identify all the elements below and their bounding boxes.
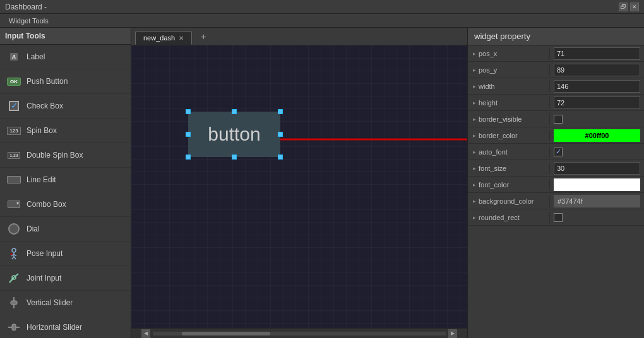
prop-input-pos-x[interactable] [554,47,640,60]
sidebar-item-line-edit-text: Line Edit [27,175,56,184]
handle-tl[interactable] [186,109,191,114]
handle-mr[interactable] [278,132,283,137]
prop-row-height: ▸ height [468,95,644,111]
sidebar-item-dial-text: Dial [27,224,40,233]
prop-color-font-color[interactable] [554,178,640,191]
prop-key-rounded-rect: rounded_rect [479,214,520,221]
prop-input-height[interactable] [554,96,640,109]
sidebar-item-check-box-text: Check Box [27,102,63,110]
handle-bl[interactable] [186,154,191,160]
prop-arrow-width: ▸ [473,83,476,90]
prop-arrow-border-color: ▸ [473,132,476,139]
prop-color-background-color[interactable]: #37474f [554,195,640,207]
prop-row-background-color: ▸ background_color #37474f [468,193,644,209]
svg-line-5 [14,257,16,259]
prop-row-rounded-rect: ▸ rounded_rect [468,209,644,226]
sidebar-item-dial[interactable]: Dial [0,217,131,242]
sidebar-item-horizontal-slider-text: Horizontal Slider [27,323,82,332]
prop-key-background-color: background_color [479,197,534,205]
sidebar-item-pose-input[interactable]: Pose Input [0,242,131,266]
sidebar-item-combo-box[interactable]: Combo Box [0,192,131,217]
scroll-left-button[interactable]: ◀ [141,329,150,338]
button-widget-text: button [208,124,260,145]
dial-icon [6,221,21,236]
sidebar-item-line-edit[interactable]: Line Edit [0,168,131,192]
handle-ml[interactable] [186,132,191,137]
main-layout: Input Tools A Label OK Push Button [0,28,644,338]
close-button[interactable]: ✕ [630,3,639,11]
prop-key-border-color: border_color [479,132,518,139]
ok-icon: OK [6,74,21,89]
prop-arrow-pos-y: ▸ [473,67,476,73]
sidebar-item-push-button[interactable]: OK Push Button [0,69,131,94]
tab-new-dash[interactable]: new_dash ✕ [135,31,192,45]
sidebar-item-label-text: Label [27,52,45,61]
spinbox-icon: 123 [6,123,21,138]
sidebar-item-joint-input-text: Joint Input [27,274,61,283]
canvas-content[interactable]: button [131,45,467,328]
scroll-track[interactable] [153,332,446,335]
property-table: ▸ pos_x ▸ pos_y ▸ [468,45,644,338]
pose-icon [6,246,21,261]
tab-label: new_dash [143,34,175,42]
handle-tr[interactable] [278,109,283,114]
sidebar-item-joint-input[interactable]: Joint Input [0,266,131,291]
sidebar-item-pose-input-text: Pose Input [27,249,63,258]
prop-row-border-color: ▸ border_color #00ff00 [468,127,644,144]
sidebar-item-spin-box[interactable]: 123 Spin Box [0,119,131,143]
prop-input-pos-y[interactable] [554,64,640,76]
sidebar-item-horizontal-slider[interactable]: Horizontal Slider [0,315,131,338]
prop-row-font-color: ▸ font_color [468,177,644,193]
menu-bar: Widget Tools [0,14,644,28]
svg-rect-11 [11,301,17,305]
prop-key-height: height [479,99,498,107]
canvas-grid [131,45,467,328]
prop-checkbox-auto-font[interactable]: ✓ [554,148,563,156]
prop-arrow-font-size: ▸ [473,165,476,172]
canvas-hscroll: ◀ ▶ [131,328,467,338]
hslider-icon [6,320,21,335]
scroll-right-button[interactable]: ▶ [448,329,457,338]
prop-arrow-font-color: ▸ [473,182,476,188]
sidebar-item-spin-box-text: Spin Box [27,126,57,135]
handle-tc[interactable] [232,109,237,114]
prop-checkbox-rounded-rect[interactable] [554,213,563,222]
handle-bc[interactable] [232,154,237,160]
right-panel: widget property ▸ pos_x ▸ pos_y [467,28,644,338]
restore-button[interactable]: 🗗 [619,3,628,11]
prop-arrow-background-color: ▸ [473,198,476,204]
sidebar-item-vertical-slider[interactable]: Vertical Slider [0,291,131,315]
joint-icon [6,271,21,286]
prop-input-font-size[interactable] [554,162,640,175]
prop-row-font-size: ▸ font_size [468,160,644,177]
svg-point-0 [12,248,16,252]
prop-row-pos-y: ▸ pos_y [468,62,644,78]
title-bar-controls: 🗗 ✕ [619,3,639,11]
prop-key-border-visible: border_visible [479,115,522,123]
svg-point-6 [11,254,13,255]
handle-br[interactable] [278,154,283,160]
menu-widget-tools[interactable]: Widget Tools [4,16,54,26]
svg-rect-13 [12,324,16,330]
prop-arrow-rounded-rect: ▸ [473,214,476,221]
sidebar-list: A Label OK Push Button Check Box [0,45,131,338]
prop-checkbox-border-visible[interactable] [554,115,563,124]
sidebar-item-label[interactable]: A Label [0,45,131,69]
prop-input-width[interactable] [554,80,640,93]
tab-add-button[interactable]: + [196,30,211,43]
sidebar-item-check-box[interactable]: Check Box [0,94,131,119]
checkbox-icon [6,98,21,114]
lineedit-icon [6,172,21,187]
sidebar-item-push-button-text: Push Button [27,77,68,86]
sidebar-item-double-spin-box[interactable]: 1.23 Double Spin Box [0,143,131,168]
prop-row-border-visible: ▸ border_visible [468,111,644,127]
canvas-button-widget[interactable]: button [188,112,280,157]
canvas-area: new_dash ✕ + button [131,28,467,338]
prop-color-border-color[interactable]: #00ff00 [554,129,640,142]
tab-close-button[interactable]: ✕ [179,35,184,42]
tabs-bar: new_dash ✕ + [131,28,467,45]
prop-arrow-pos-x: ▸ [473,50,476,57]
title-text: Dashboard - [5,3,47,11]
prop-key-pos-y: pos_y [479,66,497,74]
prop-key-font-color: font_color [479,181,509,189]
